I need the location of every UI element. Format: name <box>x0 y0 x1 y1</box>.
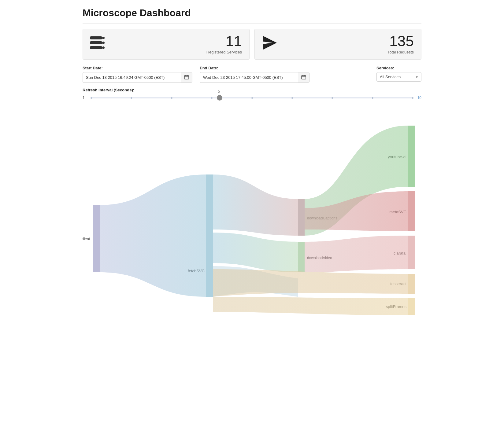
send-icon <box>262 35 278 53</box>
flow-fetch-downloadVideo <box>213 233 298 272</box>
end-date-input-wrap <box>200 72 309 83</box>
node-splitFrames <box>408 298 415 315</box>
services-dropdown-wrap: All Services client fetchSVC downloadCap… <box>376 72 421 82</box>
svg-point-5 <box>102 46 105 49</box>
node-client <box>93 205 100 272</box>
start-date-group: Start Date: <box>83 66 192 83</box>
filters-row: Start Date: End Date: <box>83 66 421 83</box>
svg-rect-0 <box>90 36 102 39</box>
slider-min-label: 1 <box>83 96 87 100</box>
start-date-label: Start Date: <box>83 66 192 70</box>
stat-numbers-requests: 135 Total Requests <box>284 34 414 54</box>
svg-point-3 <box>102 42 105 44</box>
sankey-diagram: client fetchSVC downloadCaptions downloa… <box>83 113 421 315</box>
services-dropdown[interactable]: All Services client fetchSVC downloadCap… <box>376 72 421 82</box>
node-downloadVideo <box>298 242 305 272</box>
stat-card-requests: 135 Total Requests <box>254 29 421 60</box>
end-date-input[interactable] <box>200 73 298 82</box>
flow-to-tesseract <box>213 269 408 297</box>
node-metaSVC <box>408 191 415 231</box>
services-icon <box>90 36 106 53</box>
svg-marker-6 <box>263 36 277 50</box>
node-tesseract <box>408 274 415 294</box>
svg-rect-4 <box>90 46 102 49</box>
start-date-calendar-button[interactable] <box>181 72 192 83</box>
requests-count: 135 <box>284 34 414 49</box>
end-date-calendar-button[interactable] <box>298 72 309 83</box>
stat-card-services: 11 Registered Services <box>83 29 250 60</box>
stats-row: 11 Registered Services 135 Total Request… <box>83 29 421 60</box>
slider-current-value: 5 <box>218 89 220 94</box>
services-label: Registered Services <box>112 50 242 54</box>
svg-point-1 <box>102 37 105 39</box>
slider-dot <box>372 97 373 99</box>
services-count: 11 <box>112 34 242 49</box>
start-date-input-wrap <box>83 72 192 83</box>
node-youtube-dl <box>408 126 415 187</box>
end-date-group: End Date: <box>200 66 309 83</box>
svg-rect-11 <box>302 75 306 79</box>
slider-dots <box>91 97 413 98</box>
requests-label: Total Requests <box>284 50 414 54</box>
node-fetchSVC <box>206 174 213 297</box>
start-date-input[interactable] <box>83 73 181 82</box>
slider-thumb[interactable] <box>217 95 222 101</box>
node-clarafai <box>408 236 415 269</box>
page-title: Microscope Dashboard <box>83 7 421 24</box>
slider-dot <box>332 97 333 99</box>
stat-numbers-services: 11 Registered Services <box>112 34 242 54</box>
flow-client-fetch <box>100 174 206 297</box>
slider-dot <box>412 97 413 99</box>
slider-dot <box>211 97 213 99</box>
flow-dv-clarafai <box>305 236 408 272</box>
slider-dot <box>171 97 172 99</box>
slider-max-label: 10 <box>417 96 421 100</box>
flow-to-splitFrames <box>213 297 408 315</box>
svg-rect-2 <box>90 41 102 44</box>
slider-wrap: 5 <box>91 95 413 101</box>
slider-dot <box>251 97 253 99</box>
svg-rect-7 <box>184 75 189 79</box>
flow-fetch-downloadCaptions <box>213 174 298 236</box>
slider-dot <box>91 97 92 99</box>
refresh-label: Refresh Interval (Seconds): <box>83 88 421 92</box>
slider-dot <box>131 97 132 99</box>
slider-track <box>91 97 413 98</box>
refresh-section: Refresh Interval (Seconds): 1 <box>83 88 421 106</box>
label-client: client <box>83 237 90 241</box>
node-downloadCaptions <box>298 199 305 236</box>
slider-row: 1 5 10 <box>83 95 421 101</box>
services-filter-group: Services: All Services client fetchSVC d… <box>376 66 421 82</box>
slider-dot <box>291 97 293 99</box>
end-date-label: End Date: <box>200 66 309 70</box>
services-filter-label: Services: <box>376 66 421 70</box>
